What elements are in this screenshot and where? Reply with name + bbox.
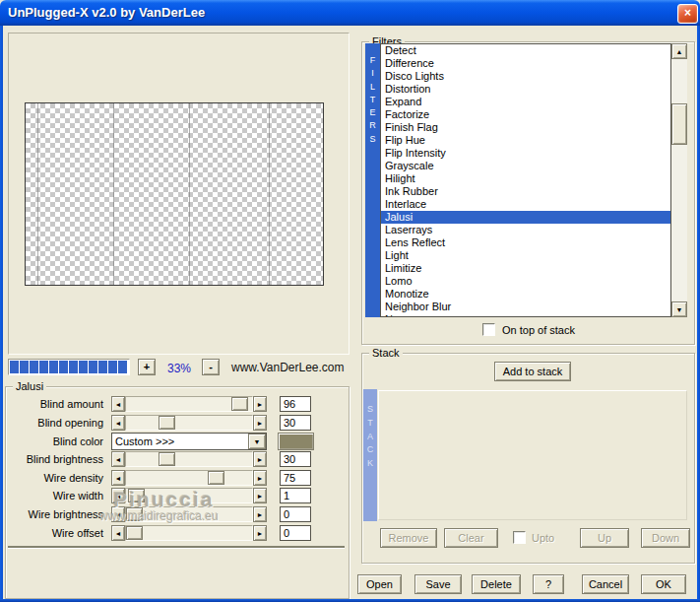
filter-item[interactable]: Flip Hue [381,134,670,147]
value-input[interactable]: 0 [280,525,311,541]
slider-left-arrow-icon[interactable]: ◄ [111,506,125,522]
filter-item[interactable]: Difference [381,57,670,70]
save-button[interactable]: Save [414,574,462,594]
chevron-down-icon[interactable]: ▼ [248,434,266,449]
value-input[interactable]: 75 [280,470,311,486]
slider-left-arrow-icon[interactable]: ◄ [111,470,125,486]
filter-item[interactable]: Hilight [381,172,670,185]
slider-track[interactable] [125,488,253,503]
down-button[interactable]: Down [641,528,690,548]
close-button[interactable]: × [677,4,698,24]
progress-segment [10,361,19,373]
filter-item[interactable]: Disco Lights [381,70,670,83]
slider-thumb[interactable] [231,397,248,411]
param-row-wire-width: Wire width◄►1 [9,488,346,503]
filter-item[interactable]: Lomo [381,275,670,288]
filter-item[interactable]: Ink Rubber [381,185,670,198]
slider-thumb[interactable] [128,489,145,502]
stack-list[interactable] [378,390,687,520]
slider-thumb[interactable] [126,507,143,521]
filter-item[interactable]: Neighbor Blur [381,301,670,313]
filter-item[interactable]: Grayscale [381,160,670,172]
filter-item[interactable]: Laserrays [381,224,670,236]
scroll-up-icon[interactable]: ▲ [671,43,687,59]
filter-item[interactable]: Limitize [381,262,670,275]
filter-item[interactable]: Distortion [381,83,670,96]
slider-left-arrow-icon[interactable]: ◄ [111,396,125,412]
vendor-site-text: www.VanDerLee.com [231,361,345,374]
slider-left-arrow-icon[interactable]: ◄ [111,451,125,467]
help-button[interactable]: ? [533,574,564,594]
slider-left-arrow-icon[interactable]: ◄ [111,488,125,503]
scroll-down-icon[interactable]: ▼ [671,301,687,317]
zoom-in-button[interactable]: + [138,359,156,375]
slider-left-arrow-icon[interactable]: ◄ [111,525,125,541]
slider-right-arrow-icon[interactable]: ► [253,396,267,412]
zoom-out-button[interactable]: - [202,359,220,375]
value-input[interactable]: 1 [280,488,311,503]
slider-track[interactable] [125,525,253,541]
clear-button[interactable]: Clear [444,528,498,548]
slider-right-arrow-icon[interactable]: ► [253,506,267,522]
filter-item[interactable]: Monotize [381,288,670,301]
blind-color-swatch[interactable] [278,433,314,450]
filter-item[interactable]: Neon [381,313,670,317]
slider-thumb[interactable] [126,526,143,540]
slider-track[interactable] [125,396,253,412]
filter-item[interactable]: Finish Flag [381,121,670,134]
delete-button[interactable]: Delete [472,574,521,594]
value-input[interactable]: 30 [280,415,311,431]
blind-color-select[interactable]: Custom >>>▼ [111,433,267,450]
stack-group-label: Stack [369,347,403,359]
filter-list[interactable]: DetectDifferenceDisco LightsDistortionEx… [380,43,671,317]
slider-left-arrow-icon[interactable]: ◄ [111,415,125,431]
slider-thumb[interactable] [159,416,175,430]
slider-track[interactable] [125,415,253,431]
upto-label: Upto [532,532,554,544]
param-row-blind-opening: Blind opening◄►30 [9,415,346,431]
value-input[interactable]: 30 [280,451,311,467]
upto-checkbox[interactable] [513,531,526,544]
open-button[interactable]: Open [357,574,402,594]
slider-track[interactable] [125,506,253,522]
slider-track[interactable] [125,470,253,486]
slider-thumb[interactable] [208,471,224,485]
progress-segment [49,361,58,373]
wire-line [113,103,114,285]
filter-item[interactable]: Jalusi [381,211,670,224]
remove-button[interactable]: Remove [380,528,437,548]
cancel-button[interactable]: Cancel [582,574,629,594]
param-row-blind-amount: Blind amount◄►96 [9,396,346,412]
slider-right-arrow-icon[interactable]: ► [253,415,267,431]
slider-right-arrow-icon[interactable]: ► [253,488,267,503]
param-label: Wire width [9,490,103,502]
add-to-stack-button[interactable]: Add to stack [494,362,571,381]
filter-item[interactable]: Flip Intensity [381,147,670,160]
slider-right-arrow-icon[interactable]: ► [253,470,267,486]
slider-thumb[interactable] [159,452,175,466]
progress-segment [59,361,68,373]
slider-right-arrow-icon[interactable]: ► [253,525,267,541]
param-row-wire-offset: Wire offset◄►0 [9,525,346,541]
on-top-of-stack-checkbox[interactable] [482,323,495,336]
filter-list-scrollbar[interactable]: ▲ ▼ [671,43,687,317]
filter-item[interactable]: Expand [381,96,670,108]
filter-item[interactable]: Factorize [381,108,670,121]
progress-segment [30,361,38,373]
value-input[interactable]: 96 [280,396,311,412]
filter-item[interactable]: Detect [381,44,670,57]
scrollbar-thumb[interactable] [671,103,687,145]
slider-right-arrow-icon[interactable]: ► [253,451,267,467]
param-row-wire-density: Wire density◄►75 [9,470,346,486]
ok-button[interactable]: OK [641,574,686,594]
up-button[interactable]: Up [580,528,629,548]
param-label: Blind amount [9,398,103,410]
jalusi-group: Jalusi Blind amount◄►96Blind opening◄►30… [5,386,350,599]
slider-track[interactable] [125,451,253,467]
filter-item[interactable]: Interlace [381,198,670,211]
value-input[interactable]: 0 [280,506,311,522]
title-bar[interactable]: UnPlugged-X v2.0 by VanDerLee × [0,0,700,26]
param-label: Wire density [9,472,103,484]
filter-item[interactable]: Lens Reflect [381,236,670,249]
filter-item[interactable]: Light [381,249,670,262]
